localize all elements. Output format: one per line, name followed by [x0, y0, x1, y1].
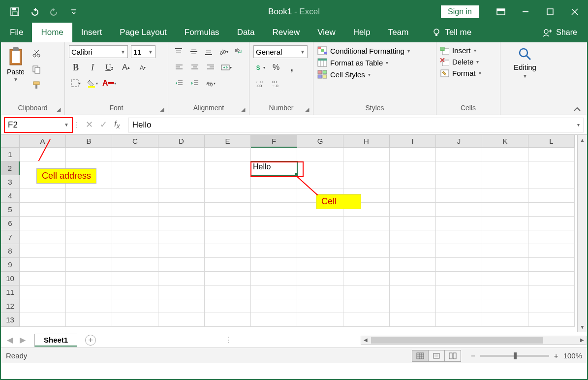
cell[interactable] — [20, 230, 66, 244]
scroll-down-icon[interactable]: ▼ — [578, 322, 587, 332]
cell[interactable] — [112, 175, 158, 189]
tell-me-search[interactable]: Tell me — [423, 23, 480, 42]
cell[interactable] — [436, 161, 482, 175]
cell[interactable] — [158, 272, 205, 285]
qat-customize-icon[interactable] — [65, 3, 83, 21]
cell[interactable] — [205, 258, 251, 272]
increase-font-icon[interactable]: A▴ — [119, 61, 133, 74]
cell[interactable] — [390, 299, 436, 313]
align-right-icon[interactable] — [204, 61, 217, 74]
row-header[interactable]: 4 — [1, 189, 20, 203]
cell[interactable] — [482, 285, 528, 299]
cell[interactable] — [112, 161, 158, 175]
tab-home[interactable]: Home — [32, 23, 72, 42]
cell[interactable] — [158, 299, 205, 313]
cell[interactable] — [482, 258, 528, 272]
cell[interactable] — [66, 299, 112, 313]
align-left-icon[interactable] — [172, 61, 186, 74]
cell[interactable] — [343, 161, 390, 175]
italic-button[interactable]: I — [86, 61, 99, 74]
cell[interactable] — [482, 161, 528, 175]
cell[interactable] — [297, 244, 343, 258]
minimize-button[interactable] — [513, 1, 538, 23]
cell[interactable] — [390, 230, 436, 244]
cell[interactable] — [343, 299, 390, 313]
cell[interactable] — [482, 203, 528, 217]
cell[interactable] — [390, 244, 436, 258]
delete-cells-button[interactable]: Delete ▾ — [440, 58, 496, 66]
sheet-tab[interactable]: Sheet1 — [34, 334, 77, 347]
cell[interactable] — [482, 299, 528, 313]
cell[interactable] — [343, 148, 390, 161]
cell[interactable] — [66, 189, 112, 203]
alignment-launcher-icon[interactable]: ◢ — [241, 106, 245, 113]
borders-icon[interactable]: ▾ — [69, 77, 83, 90]
cell[interactable] — [482, 244, 528, 258]
cell[interactable] — [528, 313, 575, 327]
increase-indent-icon[interactable] — [188, 77, 202, 90]
conditional-formatting-button[interactable]: Conditional Formatting ▾ — [317, 46, 432, 55]
cell[interactable] — [251, 244, 297, 258]
cell[interactable] — [528, 272, 575, 285]
row-header[interactable]: 6 — [1, 217, 20, 230]
cell[interactable] — [20, 203, 66, 217]
cell[interactable] — [251, 175, 297, 189]
column-header[interactable]: K — [482, 135, 528, 148]
cell[interactable] — [112, 230, 158, 244]
cell-styles-button[interactable]: Cell Styles ▾ — [317, 70, 432, 79]
cell[interactable] — [205, 148, 251, 161]
save-icon[interactable] — [6, 3, 24, 21]
cell[interactable] — [66, 258, 112, 272]
cell[interactable] — [390, 217, 436, 230]
cell[interactable] — [482, 189, 528, 203]
number-format-combo[interactable]: General▼ — [253, 45, 308, 58]
cell[interactable] — [390, 148, 436, 161]
cell[interactable] — [205, 272, 251, 285]
number-launcher-icon[interactable]: ◢ — [305, 106, 309, 113]
maximize-button[interactable] — [538, 1, 562, 23]
cell[interactable] — [66, 313, 112, 327]
cell[interactable] — [251, 313, 297, 327]
column-header[interactable]: I — [390, 135, 436, 148]
cell[interactable] — [251, 189, 297, 203]
cell[interactable] — [528, 203, 575, 217]
cell[interactable] — [112, 299, 158, 313]
hscroll-thumb[interactable] — [371, 337, 543, 344]
align-middle-icon[interactable] — [187, 45, 200, 58]
undo-icon[interactable] — [26, 3, 43, 21]
tab-help[interactable]: Help — [344, 23, 379, 42]
fill-color-icon[interactable]: ▾ — [86, 77, 99, 90]
select-all-corner[interactable] — [1, 135, 20, 148]
cell[interactable] — [112, 313, 158, 327]
cell[interactable] — [158, 175, 205, 189]
cell[interactable] — [158, 203, 205, 217]
column-header[interactable]: L — [528, 135, 575, 148]
cell[interactable] — [20, 189, 66, 203]
tab-view[interactable]: View — [309, 23, 344, 42]
insert-cells-button[interactable]: Insert ▾ — [440, 46, 496, 55]
cell[interactable] — [528, 161, 575, 175]
cell[interactable] — [482, 217, 528, 230]
zoom-in-button[interactable]: + — [554, 351, 558, 360]
zoom-level[interactable]: 100% — [563, 351, 582, 360]
sheet-tab-splitter[interactable]: ⋮ — [220, 335, 236, 345]
percent-icon[interactable]: % — [269, 61, 283, 74]
cell[interactable] — [297, 148, 343, 161]
cell[interactable] — [20, 148, 66, 161]
cell[interactable] — [158, 313, 205, 327]
cell[interactable] — [343, 175, 390, 189]
format-as-table-button[interactable]: Format as Table ▾ — [317, 58, 432, 67]
cell[interactable] — [112, 148, 158, 161]
row-header[interactable]: 10 — [1, 272, 20, 285]
cell[interactable] — [20, 258, 66, 272]
cell[interactable] — [482, 230, 528, 244]
cell[interactable] — [66, 203, 112, 217]
font-size-combo[interactable]: 11▼ — [131, 45, 155, 58]
horizontal-scrollbar[interactable]: ◀ ▶ — [361, 336, 587, 345]
cell[interactable] — [390, 258, 436, 272]
cell[interactable] — [436, 217, 482, 230]
paste-button[interactable]: Paste ▼ — [5, 45, 27, 92]
cell[interactable] — [20, 272, 66, 285]
cell[interactable] — [20, 285, 66, 299]
cell[interactable] — [390, 161, 436, 175]
